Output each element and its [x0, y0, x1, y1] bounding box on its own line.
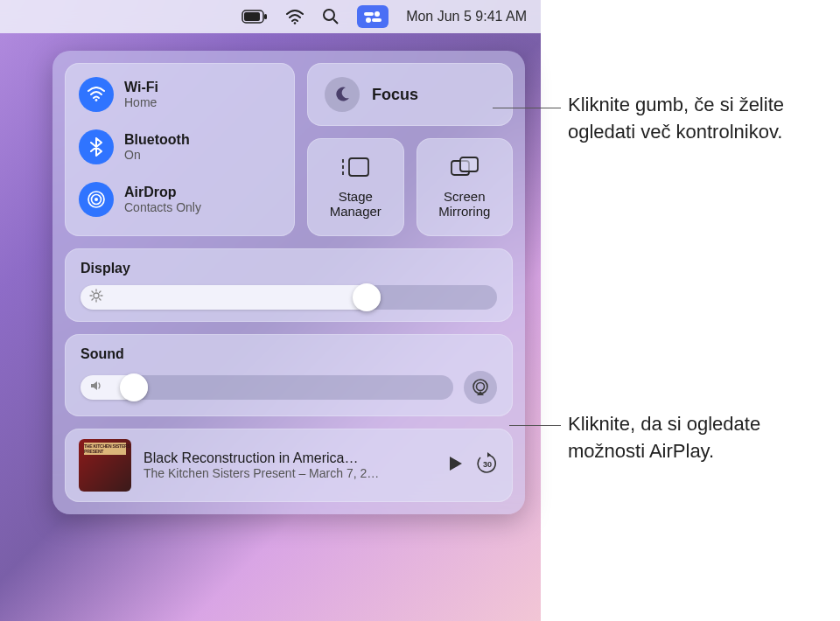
- connectivity-card: Wi-Fi Home Bluetooth On: [65, 63, 295, 236]
- svg-point-7: [374, 11, 380, 17]
- svg-rect-1: [244, 12, 260, 21]
- sound-volume-slider[interactable]: [80, 375, 453, 400]
- svg-point-3: [294, 22, 297, 24]
- screen-mirroring-label: Screen Mirroring: [438, 189, 490, 220]
- desktop-wallpaper: Mon Jun 5 9:41 AM Wi-Fi Home: [0, 0, 541, 621]
- spotlight-icon[interactable]: [322, 8, 340, 25]
- media-title: Black Reconstruction in America…: [144, 450, 436, 466]
- menu-bar: Mon Jun 5 9:41 AM: [0, 0, 541, 33]
- bluetooth-status: On: [124, 148, 190, 162]
- bluetooth-title: Bluetooth: [124, 132, 190, 148]
- control-center-menubar-icon[interactable]: [357, 5, 388, 28]
- svg-rect-19: [460, 157, 478, 171]
- svg-point-20: [94, 293, 99, 298]
- control-center-panel: Wi-Fi Home Bluetooth On: [52, 51, 525, 514]
- wifi-title: Wi-Fi: [124, 80, 158, 95]
- sound-card: Sound: [65, 334, 513, 416]
- wifi-status: Home: [124, 95, 158, 109]
- callout-line-airplay: [509, 425, 561, 426]
- battery-icon[interactable]: [242, 10, 268, 24]
- airdrop-icon: [79, 182, 114, 217]
- wifi-menubar-icon[interactable]: [285, 9, 304, 24]
- airdrop-toggle[interactable]: AirDrop Contacts Only: [77, 177, 283, 222]
- svg-line-27: [92, 299, 94, 301]
- svg-line-5: [333, 19, 338, 24]
- screen-mirroring-icon: [450, 156, 480, 182]
- media-artwork: THE KITCHEN SISTERS PRESENT: [79, 439, 131, 492]
- svg-point-4: [324, 10, 334, 20]
- svg-point-10: [95, 99, 98, 101]
- stage-manager-button[interactable]: Stage Manager: [307, 138, 404, 236]
- display-title: Display: [80, 261, 497, 276]
- svg-line-26: [100, 299, 102, 301]
- callout-focus: Kliknite gumb, če si želite ogledati več…: [568, 92, 830, 146]
- svg-rect-2: [264, 14, 267, 19]
- now-playing-card[interactable]: THE KITCHEN SISTERS PRESENT Black Recons…: [65, 429, 513, 502]
- moon-icon: [325, 77, 360, 112]
- menubar-datetime[interactable]: Mon Jun 5 9:41 AM: [406, 9, 527, 24]
- sound-title: Sound: [80, 346, 497, 362]
- airplay-audio-button[interactable]: [464, 371, 497, 404]
- svg-point-9: [366, 17, 371, 23]
- callout-line-focus: [493, 108, 561, 108]
- svg-rect-17: [349, 158, 368, 176]
- svg-text:30: 30: [483, 460, 492, 469]
- svg-line-25: [92, 291, 94, 293]
- stage-manager-label: Stage Manager: [330, 189, 382, 220]
- media-subtitle: The Kitchen Sisters Present – March 7, 2…: [144, 466, 436, 480]
- svg-point-30: [477, 383, 485, 391]
- wifi-toggle[interactable]: Wi-Fi Home: [77, 72, 283, 117]
- skip-forward-30-button[interactable]: 30: [476, 452, 499, 478]
- speaker-icon: [89, 379, 103, 396]
- focus-button[interactable]: Focus: [307, 63, 513, 126]
- sun-icon: [89, 289, 103, 306]
- display-brightness-slider[interactable]: [80, 285, 497, 310]
- stage-manager-icon: [340, 156, 370, 182]
- callout-airplay: Kliknite, da si ogledate možnosti AirPla…: [568, 411, 839, 465]
- play-button[interactable]: [448, 455, 464, 476]
- display-card: Display: [65, 248, 513, 322]
- svg-rect-8: [372, 18, 382, 22]
- bluetooth-toggle[interactable]: Bluetooth On: [77, 124, 283, 170]
- svg-line-28: [100, 291, 102, 293]
- svg-point-13: [94, 198, 98, 201]
- wifi-icon: [79, 77, 114, 112]
- bluetooth-icon: [79, 129, 114, 164]
- airdrop-status: Contacts Only: [124, 200, 201, 214]
- svg-rect-6: [364, 12, 374, 16]
- focus-label: Focus: [372, 86, 418, 104]
- airdrop-title: AirDrop: [124, 185, 201, 200]
- screen-mirroring-button[interactable]: Screen Mirroring: [416, 138, 514, 236]
